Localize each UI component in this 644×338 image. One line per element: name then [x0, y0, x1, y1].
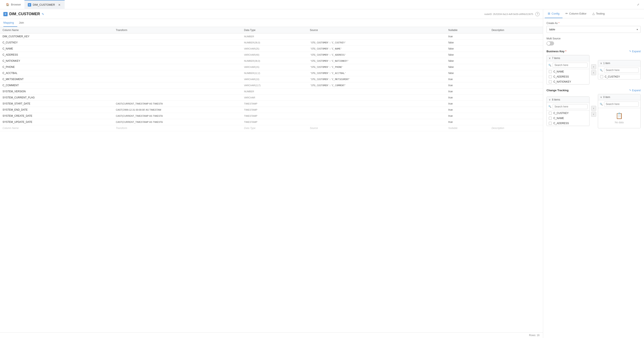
item-label-c-name-ct: C_NAME: [554, 117, 564, 120]
ct-right-search-input[interactable]: [604, 102, 639, 107]
cell-transform: [113, 70, 242, 76]
arrow-right-bk[interactable]: ›: [591, 64, 596, 69]
tab-testing-label: Testing: [596, 12, 604, 15]
table-row[interactable]: C_PHONE VARCHAR(15) 'STG_CUSTOMER':'C_PH…: [0, 64, 543, 70]
cell-description: [489, 89, 543, 95]
cell-column-name: DIM_CUSTOMER_KEY: [0, 34, 113, 40]
list-item[interactable]: C_ADDRESS: [547, 74, 589, 79]
tab-close-button[interactable]: ✕: [58, 3, 61, 7]
table-row[interactable]: C_CUSTKEY NUMBER(38,0) 'STG_CUSTOMER':'C…: [0, 40, 543, 46]
cell-description: [489, 82, 543, 89]
node-id: nodeID: 2fcf1934-9a13-4eff-9e59-d4ff4b31…: [484, 13, 533, 15]
toggle-row: [546, 41, 641, 46]
arrow-left-ct[interactable]: ‹: [591, 112, 596, 117]
cell-description: [489, 119, 543, 125]
placeholder-data-type: Data Type: [242, 125, 308, 131]
export-icon[interactable]: ⤢: [635, 1, 642, 8]
no-data-label: No data: [615, 121, 624, 124]
tab-join[interactable]: Join: [19, 19, 28, 27]
bk-left-search-area: 🔍: [547, 61, 589, 69]
item-label-c-address-bk: C_ADDRESS: [554, 75, 569, 78]
table-placeholder-row[interactable]: Column Name Transform Data Type Source N…: [0, 125, 543, 131]
help-icon[interactable]: ?: [535, 12, 540, 16]
table-row[interactable]: C_NAME VARCHAR(25) 'STG_CUSTOMER':'C_NAM…: [0, 46, 543, 52]
table-row[interactable]: SYSTEM_CREATE_DATE CAST(CURRENT_TIMESTAM…: [0, 113, 543, 119]
table-row[interactable]: SYSTEM_UPDATE_DATE CAST(CURRENT_TIMESTAM…: [0, 119, 543, 125]
table-row[interactable]: C_ADDRESS VARCHAR(40) 'STG_CUSTOMER':'C_…: [0, 52, 543, 58]
right-panel-content: Create As * table ▾ Multi Source: [543, 18, 644, 338]
cell-column-name: C_CUSTKEY: [0, 40, 113, 46]
arrow-left-bk[interactable]: ‹: [591, 70, 596, 75]
cell-nullable: true: [446, 34, 489, 40]
search-icon-ct-left: 🔍: [548, 105, 551, 108]
table-row[interactable]: SYSTEM_VERSION NUMBER true: [0, 89, 543, 95]
tab-mapping[interactable]: Mapping: [3, 19, 17, 27]
bk-right-search-input[interactable]: [604, 68, 639, 73]
change-tracking-transfer: ∨ 8 items 🔍 C_CUSTKEY: [546, 94, 641, 128]
list-item[interactable]: C_CUSTKEY: [547, 111, 589, 116]
tab-config-label: Config: [552, 12, 560, 15]
tab-column-editor[interactable]: ✏ Column Editor: [562, 9, 590, 18]
table-row[interactable]: C_ACCTBAL NUMBER(12,2) 'STG_CUSTOMER':'C…: [0, 70, 543, 76]
item-label-c-custkey-bk: C_CUSTKEY: [605, 75, 620, 78]
list-item[interactable]: C_NATIONKEY: [547, 79, 589, 84]
checkbox-c-name-bk[interactable]: [549, 70, 552, 73]
table-row[interactable]: C_NATIONKEY NUMBER(38,0) 'STG_CUSTOMER':…: [0, 58, 543, 64]
tab-config[interactable]: ⊞ Config: [545, 9, 562, 18]
table-row[interactable]: SYSTEM_CURRENT_FLAG VARCHAR true: [0, 95, 543, 101]
list-item[interactable]: C_NAME: [547, 69, 589, 74]
table-row[interactable]: C_MKTSEGMENT VARCHAR(10) 'STG_CUSTOMER':…: [0, 76, 543, 82]
dim-customer-tab[interactable]: D DIM_CUSTOMER ✕: [24, 0, 65, 9]
cell-data-type: VARCHAR(15): [242, 64, 308, 70]
cell-data-type: VARCHAR(10): [242, 76, 308, 82]
list-item[interactable]: C_ADDRESS: [547, 121, 589, 126]
change-tracking-expand[interactable]: ✎ Expand: [629, 89, 641, 92]
table-row[interactable]: SYSTEM_END_DATE CAST('2999-12-31 00:00:0…: [0, 107, 543, 113]
cell-data-type: VARCHAR(25): [242, 46, 308, 52]
checkbox-c-address-ct[interactable]: [549, 122, 552, 125]
checkbox-c-custkey-ct[interactable]: [549, 112, 552, 115]
tab-testing[interactable]: △ Testing: [590, 9, 608, 18]
business-key-expand[interactable]: ✎ Expand: [629, 50, 641, 53]
col-header-transform: Transform: [113, 27, 242, 34]
list-item[interactable]: C_NAME: [547, 116, 589, 121]
ct-left-search-input[interactable]: [552, 104, 588, 109]
bk-left-list: C_NAME C_ADDRESS C_NATIONKEY: [547, 69, 589, 84]
cell-source: [307, 95, 446, 101]
checkbox-c-address-bk[interactable]: [549, 75, 552, 78]
cell-data-type: NUMBER: [242, 34, 308, 40]
table-row[interactable]: DIM_CUSTOMER_KEY NUMBER true: [0, 34, 543, 40]
left-panel: D DIM_CUSTOMER ✎ nodeID: 2fcf1934-9a13-4…: [0, 9, 543, 338]
cell-nullable: true: [446, 113, 489, 119]
list-item[interactable]: C_CUSTKEY: [598, 74, 641, 79]
browser-tab[interactable]: 🏠 Browser: [2, 0, 24, 9]
cell-description: [489, 101, 543, 107]
cell-transform: CAST('2999-12-31 00:00:00' AS TIMESTAM: [113, 107, 242, 113]
main-content: D DIM_CUSTOMER ✎ nodeID: 2fcf1934-9a13-4…: [0, 9, 644, 338]
bk-left-search-input[interactable]: [552, 63, 588, 68]
checkbox-c-nationkey-bk[interactable]: [549, 80, 552, 83]
cell-source: 'STG_CUSTOMER':'C_MKTSEGMENT': [307, 76, 446, 82]
required-star-create-as: *: [558, 22, 560, 25]
checkbox-c-name-ct[interactable]: [549, 117, 552, 120]
table-row[interactable]: C_COMMENT VARCHAR(117) 'STG_CUSTOMER':'C…: [0, 82, 543, 89]
cell-column-name: C_ADDRESS: [0, 52, 113, 58]
cell-description: [489, 70, 543, 76]
table-container: Column Name Transform Data Type Source N…: [0, 27, 543, 332]
checkbox-c-custkey-bk[interactable]: [600, 75, 603, 78]
cell-source: [307, 107, 446, 113]
search-icon-ct-right: 🔍: [600, 103, 603, 106]
cell-source: 'STG_CUSTOMER':'C_CUSTKEY': [307, 40, 446, 46]
ct-left-header: ∨ 8 items: [547, 97, 589, 103]
table-row[interactable]: SYSTEM_START_DATE CAST(CURRENT_TIMESTAMP…: [0, 101, 543, 107]
arrow-right-ct[interactable]: ›: [591, 106, 596, 111]
edit-icon[interactable]: ✎: [42, 13, 44, 16]
cell-nullable: false: [446, 64, 489, 70]
cell-transform: CAST(CURRENT_TIMESTAMP AS TIMESTA: [113, 113, 242, 119]
create-as-select[interactable]: table ▾: [546, 26, 641, 33]
col-header-source: Source: [307, 27, 446, 34]
data-table: Column Name Transform Data Type Source N…: [0, 27, 543, 131]
home-icon: 🏠: [6, 3, 9, 6]
business-key-header: Business Key * ✎ Expand: [546, 50, 641, 53]
multi-source-toggle[interactable]: [546, 41, 554, 46]
